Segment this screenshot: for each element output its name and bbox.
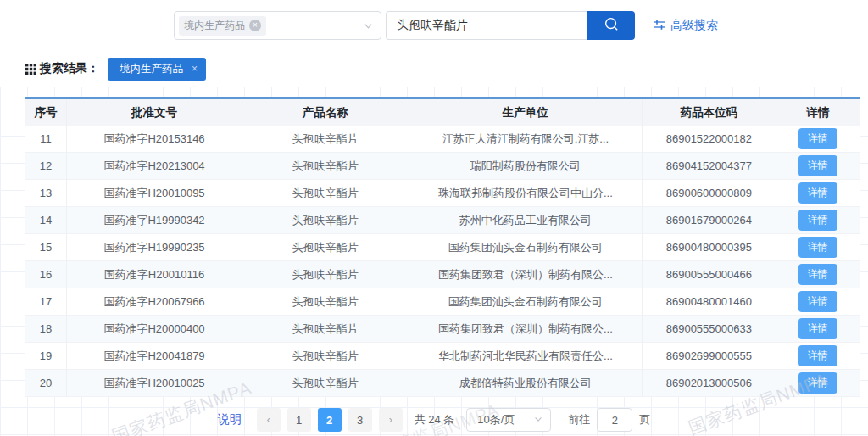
manufacturer-name: 国药集团致君（深圳）制药有限公... — [409, 316, 643, 343]
search-bar: 境内生产药品 × 头孢呋辛酯片 高级搜索 — [0, 0, 868, 51]
row-index: 13 — [25, 180, 67, 207]
row-index: 12 — [25, 153, 67, 180]
manufacturer-name: 成都倍特药业股份有限公司 — [409, 370, 643, 397]
manufacturer-name: 华北制药河北华民药业有限责任公... — [409, 343, 643, 370]
drug-standard-code: 86900480001460 — [643, 288, 776, 316]
product-name: 头孢呋辛酯片 — [242, 261, 409, 288]
category-select[interactable]: 境内生产药品 × — [174, 11, 381, 40]
next-page-icon[interactable]: › — [379, 408, 403, 432]
table-row: 16 国药准字H20010116 头孢呋辛酯片 国药集团致君（深圳）制药有限公.… — [25, 261, 860, 288]
detail-button[interactable]: 详情 — [798, 318, 837, 339]
row-index: 17 — [25, 288, 67, 316]
page-button-2-active[interactable]: 2 — [318, 408, 342, 432]
search-icon — [604, 16, 620, 35]
grid-icon — [25, 64, 36, 75]
approval-number: 国药准字H20000400 — [67, 316, 242, 343]
search-button[interactable] — [587, 11, 635, 40]
table-row: 11 国药准字H20153146 头孢呋辛酯片 江苏正大清江制药有限公司,江苏.… — [25, 126, 860, 153]
product-name: 头孢呋辛酯片 — [242, 207, 409, 234]
detail-button[interactable]: 详情 — [798, 210, 837, 231]
manufacturer-name: 珠海联邦制药股份有限公司中山分... — [409, 180, 643, 207]
filter-tag-label: 境内生产药品 — [120, 62, 183, 76]
row-index: 11 — [25, 126, 67, 153]
approval-number: 国药准字H20010116 — [67, 261, 242, 288]
goto-label: 前往 — [568, 412, 590, 428]
row-index: 19 — [25, 343, 67, 370]
chevron-down-icon — [363, 20, 374, 31]
results-label: 搜索结果： — [40, 61, 99, 76]
column-header-product: 产品名称 — [242, 99, 409, 126]
detail-button[interactable]: 详情 — [798, 264, 837, 285]
column-header-approval: 批准文号 — [67, 99, 242, 126]
product-name: 头孢呋辛酯片 — [242, 180, 409, 207]
detail-button[interactable]: 详情 — [798, 345, 837, 366]
page-button-1[interactable]: 1 — [287, 408, 311, 432]
product-name: 头孢呋辛酯片 — [242, 316, 409, 343]
drug-standard-code: 86902013000506 — [643, 370, 776, 397]
prev-page-icon[interactable]: ‹ — [257, 408, 281, 432]
table-row: 18 国药准字H20000400 头孢呋辛酯片 国药集团致君（深圳）制药有限公.… — [25, 316, 860, 343]
product-name: 头孢呋辛酯片 — [242, 126, 409, 153]
category-tag-label: 境内生产药品 — [184, 19, 245, 33]
approval-number: 国药准字H19990342 — [67, 207, 242, 234]
table-row: 14 国药准字H19990342 头孢呋辛酯片 苏州中化药品工业有限公司 869… — [25, 207, 860, 234]
drug-standard-code: 86900555000633 — [643, 316, 776, 343]
results-table: 序号 批准文号 产品名称 生产单位 药品本位码 详情 11 国药准字H20153… — [25, 97, 860, 397]
approval-number: 国药准字H20067966 — [67, 288, 242, 316]
manufacturer-name: 国药集团汕头金石制药有限公司 — [409, 234, 643, 261]
results-label-wrap: 搜索结果： — [25, 61, 99, 76]
chevron-down-icon — [533, 414, 543, 427]
category-tag: 境内生产药品 × — [179, 16, 266, 36]
approval-number: 国药准字H20041879 — [67, 343, 242, 370]
pagination: 说明 ‹ 1 2 3 › 共 24 条 10条/页 前往 2 页 — [0, 408, 868, 432]
drug-standard-code: 86900600000809 — [643, 180, 776, 207]
table-row: 17 国药准字H20067966 头孢呋辛酯片 国药集团汕头金石制药有限公司 8… — [25, 288, 860, 316]
note-link[interactable]: 说明 — [218, 412, 242, 428]
drug-standard-code: 86902699000555 — [643, 343, 776, 370]
page-size-value: 10条/页 — [477, 412, 515, 428]
row-index: 14 — [25, 207, 67, 234]
detail-button[interactable]: 详情 — [798, 372, 837, 394]
approval-number: 国药准字H20010025 — [67, 370, 242, 397]
product-name: 头孢呋辛酯片 — [242, 288, 409, 316]
detail-button[interactable]: 详情 — [798, 128, 837, 149]
detail-button[interactable]: 详情 — [798, 182, 837, 204]
approval-number: 国药准字H20213004 — [67, 153, 242, 180]
column-header-code: 药品本位码 — [643, 99, 776, 126]
goto-page-input[interactable]: 2 — [597, 408, 632, 432]
manufacturer-name: 国药集团汕头金石制药有限公司 — [409, 288, 643, 316]
sliders-icon — [654, 19, 665, 33]
page-button-3[interactable]: 3 — [348, 408, 372, 432]
search-input[interactable]: 头孢呋辛酯片 — [386, 11, 587, 40]
column-header-detail: 详情 — [776, 99, 860, 126]
table-header: 序号 批准文号 产品名称 生产单位 药品本位码 详情 — [25, 99, 860, 126]
approval-number: 国药准字H19990235 — [67, 234, 242, 261]
manufacturer-name: 瑞阳制药股份有限公司 — [409, 153, 643, 180]
tag-close-icon[interactable]: × — [249, 20, 261, 31]
drug-standard-code: 86900555000466 — [643, 261, 776, 288]
manufacturer-name: 国药集团致君（深圳）制药有限公... — [409, 261, 643, 288]
drug-standard-code: 86901522000182 — [643, 126, 776, 153]
table-row: 13 国药准字H20010095 头孢呋辛酯片 珠海联邦制药股份有限公司中山分.… — [25, 180, 860, 207]
detail-button[interactable]: 详情 — [798, 155, 837, 176]
product-name: 头孢呋辛酯片 — [242, 234, 409, 261]
table-body: 11 国药准字H20153146 头孢呋辛酯片 江苏正大清江制药有限公司,江苏.… — [25, 126, 860, 397]
approval-number: 国药准字H20153146 — [67, 126, 242, 153]
page-size-select[interactable]: 10条/页 — [466, 408, 551, 432]
table-row: 20 国药准字H20010025 头孢呋辛酯片 成都倍特药业股份有限公司 869… — [25, 370, 860, 397]
row-index: 20 — [25, 370, 67, 397]
product-name: 头孢呋辛酯片 — [242, 370, 409, 397]
detail-button[interactable]: 详情 — [798, 291, 837, 312]
product-name: 头孢呋辛酯片 — [242, 343, 409, 370]
filter-tag[interactable]: 境内生产药品 × — [108, 58, 206, 81]
row-index: 15 — [25, 234, 67, 261]
manufacturer-name: 江苏正大清江制药有限公司,江苏... — [409, 126, 643, 153]
manufacturer-name: 苏州中化药品工业有限公司 — [409, 207, 643, 234]
row-index: 16 — [25, 261, 67, 288]
filter-tag-close-icon[interactable]: × — [192, 63, 198, 75]
advanced-search-link[interactable]: 高级搜索 — [654, 18, 718, 33]
advanced-search-label: 高级搜索 — [670, 18, 718, 33]
approval-number: 国药准字H20010095 — [67, 180, 242, 207]
column-header-manufacturer: 生产单位 — [409, 99, 643, 126]
detail-button[interactable]: 详情 — [798, 237, 837, 258]
